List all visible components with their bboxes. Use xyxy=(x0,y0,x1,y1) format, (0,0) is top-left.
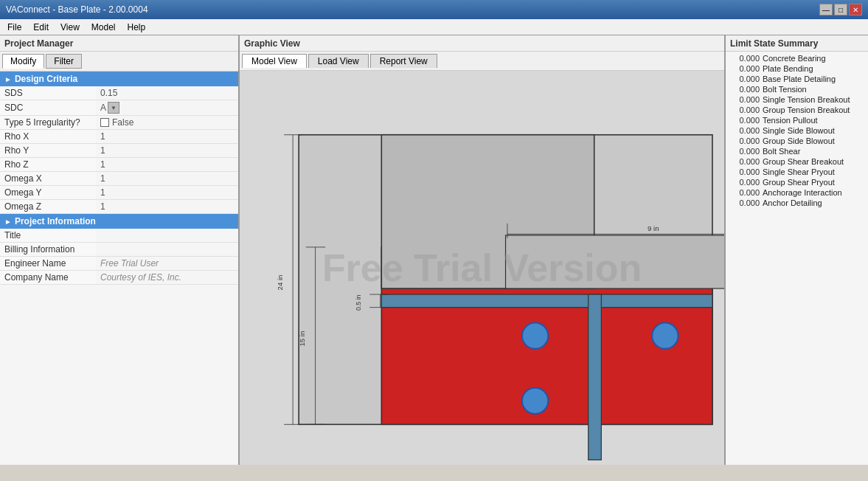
project-info-label: Project Information xyxy=(15,216,96,226)
ls-value-8: 0.000 xyxy=(730,136,760,145)
ls-label-10: Group Shear Breakout xyxy=(763,157,844,166)
limit-state-row: 0.000 Single Side Blowout xyxy=(726,125,868,136)
company-value: Courtesy of IES, Inc. xyxy=(96,271,238,285)
omega-y-value[interactable]: 1 xyxy=(96,186,238,200)
ls-value-4: 0.000 xyxy=(730,95,760,104)
limit-state-row: 0.000 Group Tension Breakout xyxy=(726,105,868,115)
design-criteria-label: Design Criteria xyxy=(15,74,77,84)
company-label: Company Name xyxy=(0,271,96,285)
table-row: Rho Y 1 xyxy=(0,144,238,158)
project-info-group[interactable]: ► Project Information xyxy=(0,214,238,229)
svg-rect-5 xyxy=(588,294,602,460)
ls-label-11: Single Shear Pryout xyxy=(763,167,835,176)
graphic-view-canvas: 9 in 0.5 in 24 in 15 in Free Trial Versi… xyxy=(240,71,724,465)
dim-05in-label: 0.5 in xyxy=(355,294,362,311)
limit-state-row: 0.000 Group Shear Pryout xyxy=(726,177,868,187)
limit-state-row: 0.000 Anchorage Interaction xyxy=(726,187,868,198)
menu-file[interactable]: File xyxy=(3,21,26,34)
app-title: VAConnect - Base Plate - 2.00.0004 xyxy=(6,4,148,15)
ls-label-7: Single Side Blowout xyxy=(763,126,835,135)
type5-checkbox[interactable] xyxy=(100,118,109,127)
report-view-tab[interactable]: Report View xyxy=(370,54,437,68)
ls-label-8: Group Side Blowout xyxy=(763,136,835,145)
sds-value[interactable]: 0.15 xyxy=(96,86,238,100)
limit-state-row: 0.000 Plate Bending xyxy=(726,63,868,74)
type5-text: False xyxy=(112,117,133,128)
menu-edit[interactable]: Edit xyxy=(29,21,53,34)
ls-label-4: Single Tension Breakout xyxy=(763,95,850,104)
title-bar: VAConnect - Base Plate - 2.00.0004 — □ ✕ xyxy=(0,0,868,19)
ls-value-2: 0.000 xyxy=(730,75,760,83)
limit-state-row: 0.000 Base Plate Detailing xyxy=(726,74,868,84)
design-criteria-arrow: ► xyxy=(4,75,12,83)
anchor-bolt-2 xyxy=(652,323,678,349)
omega-x-label: Omega X xyxy=(0,172,96,186)
table-row: Engineer Name Free Trial User xyxy=(0,257,238,271)
menu-model[interactable]: Model xyxy=(87,21,120,34)
ls-label-12: Group Shear Pryout xyxy=(763,178,835,187)
title-label: Title xyxy=(0,229,96,243)
table-row: Omega X 1 xyxy=(0,172,238,186)
limit-state-row: 0.000 Tension Pullout xyxy=(726,115,868,125)
project-info-table: Title Billing Information Engineer Name … xyxy=(0,229,238,285)
table-row: SDS 0.15 xyxy=(0,86,238,100)
sdc-dropdown-arrow[interactable]: ▼ xyxy=(108,102,119,114)
table-row: Type 5 Irregularity? False xyxy=(0,116,238,130)
project-manager-header: Project Manager xyxy=(0,35,238,52)
table-row: Rho Z 1 xyxy=(0,158,238,172)
ls-value-0: 0.000 xyxy=(730,54,760,63)
menu-view[interactable]: View xyxy=(56,21,84,34)
limit-state-row: 0.000 Bolt Tension xyxy=(726,84,868,94)
ls-value-11: 0.000 xyxy=(730,167,760,176)
window-controls: — □ ✕ xyxy=(819,4,862,15)
table-row: Omega Z 1 xyxy=(0,200,238,214)
main-container: Project Manager Modify Filter ► Design C… xyxy=(0,35,868,465)
ls-label-14: Anchor Detailing xyxy=(763,198,822,207)
omega-y-label: Omega Y xyxy=(0,186,96,200)
billing-value[interactable] xyxy=(96,243,238,257)
title-value[interactable] xyxy=(96,229,238,243)
menu-help[interactable]: Help xyxy=(123,21,150,34)
ls-value-1: 0.000 xyxy=(730,64,760,73)
minimize-button[interactable]: — xyxy=(819,4,833,15)
model-view-tab[interactable]: Model View xyxy=(242,54,307,68)
limit-state-row: 0.000 Single Tension Breakout xyxy=(726,94,868,105)
ls-value-12: 0.000 xyxy=(730,178,760,187)
limit-state-row: 0.000 Concrete Bearing xyxy=(726,53,868,63)
close-button[interactable]: ✕ xyxy=(849,4,862,15)
menu-bar: File Edit View Model Help xyxy=(0,19,868,35)
omega-x-value[interactable]: 1 xyxy=(96,172,238,186)
omega-z-value[interactable]: 1 xyxy=(96,200,238,214)
rho-x-value[interactable]: 1 xyxy=(96,130,238,144)
rho-z-value[interactable]: 1 xyxy=(96,158,238,172)
project-info-arrow: ► xyxy=(4,218,12,226)
omega-z-label: Omega Z xyxy=(0,200,96,214)
table-row: SDC A ▼ xyxy=(0,100,238,116)
ls-value-10: 0.000 xyxy=(730,157,760,166)
right-panel: Limit State Summary 0.000 Concrete Beari… xyxy=(724,35,868,465)
design-criteria-group[interactable]: ► Design Criteria xyxy=(0,72,238,86)
anchor-bolt-1 xyxy=(522,323,548,349)
load-view-tab[interactable]: Load View xyxy=(308,54,369,68)
sds-label: SDS xyxy=(0,86,96,100)
ls-value-7: 0.000 xyxy=(730,126,760,135)
table-row: Rho X 1 xyxy=(0,130,238,144)
ls-label-1: Plate Bending xyxy=(763,64,813,73)
type5-value: False xyxy=(96,116,238,130)
sdc-value[interactable]: A ▼ xyxy=(96,100,238,116)
ls-label-3: Bolt Tension xyxy=(763,85,807,94)
filter-tab[interactable]: Filter xyxy=(46,54,82,69)
ls-value-5: 0.000 xyxy=(730,105,760,114)
rho-y-value[interactable]: 1 xyxy=(96,144,238,158)
limit-state-row: 0.000 Single Shear Pryout xyxy=(726,167,868,177)
graphic-toolbar: Model View Load View Report View xyxy=(240,52,724,71)
ls-label-2: Base Plate Detailing xyxy=(763,75,836,83)
maximize-button[interactable]: □ xyxy=(834,4,847,15)
ls-value-9: 0.000 xyxy=(730,147,760,156)
limit-state-row: 0.000 Group Shear Breakout xyxy=(726,156,868,167)
limit-state-row: 0.000 Anchor Detailing xyxy=(726,198,868,208)
modify-tab[interactable]: Modify xyxy=(2,54,44,69)
engineer-label: Engineer Name xyxy=(0,257,96,271)
engineer-value: Free Trial User xyxy=(96,257,238,271)
ls-label-6: Tension Pullout xyxy=(763,116,818,125)
